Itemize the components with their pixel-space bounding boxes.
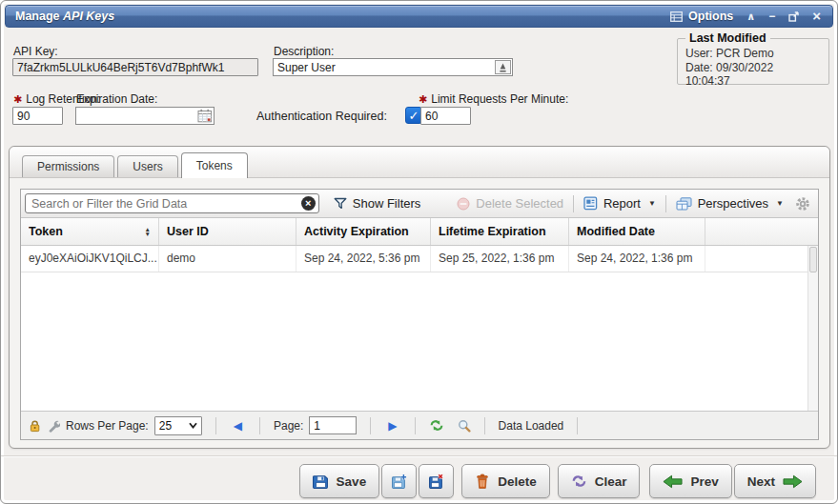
footer-divider xyxy=(484,417,485,434)
tab-panel: Permissions Users Tokens × Show Filters xyxy=(9,146,830,449)
grid-body: eyJ0eXAiOiJKV1QiLCJ... demo Sep 24, 2022… xyxy=(21,246,818,411)
sort-icon: ▲▼ xyxy=(145,227,151,236)
minimize-icon[interactable]: − xyxy=(768,10,775,22)
popout-icon[interactable] xyxy=(788,11,799,22)
limit-rpm-label: ✱Limit Requests Per Minute: xyxy=(419,92,568,106)
page-label: Page: xyxy=(274,419,303,433)
scrollbar-thumb[interactable] xyxy=(809,247,817,272)
manage-api-keys-window: Manage API Keys Options ∧ − × API Key: D… xyxy=(0,0,838,504)
show-filters-button[interactable]: Show Filters xyxy=(334,196,421,211)
footer-divider xyxy=(370,417,371,434)
delete-selected-button[interactable]: Delete Selected xyxy=(457,196,563,211)
description-field-wrap xyxy=(273,58,513,76)
grid-status-text: Data Loaded xyxy=(499,419,564,433)
limit-rpm-field[interactable] xyxy=(420,107,471,125)
search-magnifier-icon[interactable] xyxy=(458,419,471,433)
lock-icon[interactable] xyxy=(29,419,41,433)
report-dropdown-icon: ▼ xyxy=(648,199,656,208)
report-icon xyxy=(583,196,598,211)
save-close-floppy-icon xyxy=(428,474,444,490)
last-modified-user: User: PCR Demo xyxy=(685,47,821,60)
page-number-input[interactable] xyxy=(309,416,357,434)
column-header-modified-date[interactable]: Modified Date xyxy=(569,218,705,245)
window-titlebar: Manage API Keys Options ∧ − × xyxy=(5,5,833,28)
clear-refresh-icon xyxy=(571,474,587,489)
spellcheck-icon[interactable] xyxy=(495,60,511,74)
required-icon: ✱ xyxy=(13,93,22,105)
check-icon: ✓ xyxy=(409,109,419,123)
column-header-activity-expiration[interactable]: Activity Expiration xyxy=(296,218,431,245)
expiration-date-wrap xyxy=(75,107,215,125)
footer-divider xyxy=(415,417,416,434)
clear-search-icon[interactable]: × xyxy=(301,196,316,211)
grid-search-wrap: × xyxy=(25,193,319,213)
auth-required-label: Authentication Required: xyxy=(256,110,387,123)
next-arrow-icon xyxy=(783,474,803,489)
action-bar: Save Delete Clear xyxy=(1,461,837,501)
filter-funnel-icon xyxy=(334,197,347,210)
tokens-grid: × Show Filters Delete Selected xyxy=(20,189,819,440)
grid-footer: Rows Per Page: 25 ◀ Page: ▶ xyxy=(21,411,818,439)
column-header-user-id[interactable]: User ID xyxy=(159,218,296,245)
required-icon: ✱ xyxy=(419,93,427,105)
next-page-icon[interactable]: ▶ xyxy=(384,419,400,433)
save-new-floppy-icon xyxy=(391,474,407,490)
refresh-icon[interactable] xyxy=(429,418,444,433)
footer-divider xyxy=(577,417,578,434)
cell-activity-expiration: Sep 24, 2022, 5:36 pm xyxy=(296,246,431,272)
perspectives-icon xyxy=(676,197,692,211)
chevron-down-icon xyxy=(189,422,197,429)
column-header-token[interactable]: Token ▲▼ xyxy=(21,218,159,245)
last-modified-legend: Last Modified xyxy=(685,31,770,45)
perspectives-button[interactable]: Perspectives ▼ xyxy=(676,196,784,211)
table-row[interactable]: eyJ0eXAiOiJKV1QiLCJ... demo Sep 24, 2022… xyxy=(21,246,818,272)
calendar-icon[interactable] xyxy=(195,108,214,124)
prev-button[interactable]: Prev xyxy=(649,464,731,498)
wrench-icon[interactable] xyxy=(47,419,60,433)
save-and-new-button[interactable] xyxy=(381,464,417,498)
report-button[interactable]: Report ▼ xyxy=(583,196,656,211)
options-label: Options xyxy=(688,10,733,23)
api-key-label: API Key: xyxy=(13,45,58,58)
save-and-close-button[interactable] xyxy=(419,464,454,498)
save-button[interactable]: Save xyxy=(299,464,380,498)
grid-settings-gear-icon[interactable] xyxy=(795,196,810,212)
grid-header-row: Token ▲▼ User ID Activity Expiration Lif… xyxy=(21,218,818,246)
column-header-spacer xyxy=(705,218,818,245)
grid-vertical-scrollbar[interactable] xyxy=(807,246,818,411)
prev-page-icon[interactable]: ◀ xyxy=(230,419,246,433)
tab-permissions[interactable]: Permissions xyxy=(22,155,114,177)
tab-users[interactable]: Users xyxy=(117,155,177,177)
clear-button[interactable]: Clear xyxy=(558,464,641,498)
tab-tokens[interactable]: Tokens xyxy=(181,152,248,178)
cell-user-id: demo xyxy=(159,246,296,272)
rows-per-page-label: Rows Per Page: xyxy=(66,419,149,433)
toolbar-divider xyxy=(573,195,574,212)
close-icon[interactable]: × xyxy=(812,10,821,22)
tab-strip: Permissions Users Tokens xyxy=(10,147,829,178)
delete-button[interactable]: Delete xyxy=(461,464,550,498)
action-bar-divider xyxy=(1,455,837,457)
next-button[interactable]: Next xyxy=(734,464,816,498)
toolbar-divider xyxy=(665,195,666,212)
cell-token: eyJ0eXAiOiJKV1QiLCJ... xyxy=(21,246,159,272)
footer-divider xyxy=(259,417,260,434)
window-title: Manage API Keys xyxy=(15,10,114,23)
column-header-lifetime-expiration[interactable]: Lifetime Expiration xyxy=(431,218,569,245)
expiration-date-field[interactable] xyxy=(76,110,195,123)
log-retention-field[interactable] xyxy=(12,107,63,125)
cell-spacer xyxy=(705,246,818,272)
footer-divider xyxy=(215,417,216,434)
last-modified-panel: Last Modified User: PCR Demo Date: 09/30… xyxy=(677,31,829,85)
description-field[interactable] xyxy=(274,61,495,74)
perspectives-dropdown-icon: ▼ xyxy=(776,199,784,208)
options-button[interactable]: Options xyxy=(670,10,733,23)
cell-lifetime-expiration: Sep 25, 2022, 1:36 pm xyxy=(431,246,569,272)
grid-search-input[interactable] xyxy=(26,197,301,211)
description-label: Description: xyxy=(274,45,334,58)
collapse-icon[interactable]: ∧ xyxy=(746,10,755,22)
save-floppy-icon xyxy=(313,474,329,490)
api-key-field[interactable] xyxy=(12,58,258,76)
rows-per-page-select[interactable]: 25 xyxy=(154,416,202,435)
last-modified-date: Date: 09/30/2022 10:04:37 xyxy=(685,61,821,88)
